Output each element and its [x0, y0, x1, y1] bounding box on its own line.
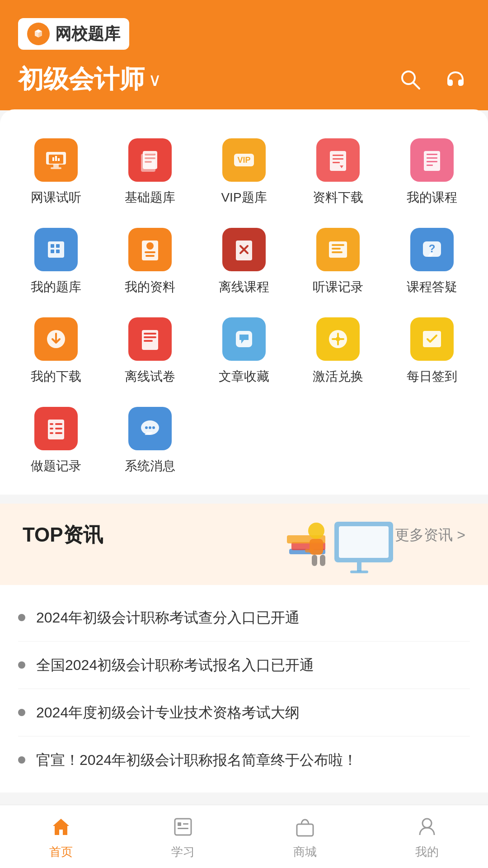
- svg-rect-49: [144, 340, 153, 342]
- search-button[interactable]: [396, 65, 425, 94]
- menu-label-vip: VIP题库: [221, 189, 267, 206]
- svg-rect-34: [145, 255, 155, 257]
- svg-rect-72: [350, 571, 368, 573]
- menu-label-woziliao: 我的资料: [125, 278, 175, 296]
- menu-item-tiku[interactable]: 我的题库: [9, 217, 103, 307]
- menu-icon-zuoti: [34, 407, 78, 450]
- svg-rect-71: [357, 562, 361, 571]
- nav-icon-mine: [413, 813, 441, 840]
- svg-rect-57: [50, 428, 53, 429]
- svg-rect-22: [427, 154, 437, 155]
- logo-icon: [27, 23, 50, 45]
- menu-label-xiaoxi: 系统消息: [125, 458, 175, 475]
- news-header: TOP资讯 更多资讯 >: [0, 504, 488, 548]
- svg-rect-78: [175, 819, 191, 835]
- svg-point-52: [336, 337, 340, 341]
- news-list-item[interactable]: 官宣！2024年初级会计职称报名简章终于公布啦！: [18, 736, 470, 783]
- news-item-text: 2024年度初级会计专业技术资格考试大纲: [36, 702, 300, 723]
- headset-button[interactable]: [441, 65, 470, 94]
- svg-point-73: [308, 523, 324, 539]
- menu-icon-wenzhang: [222, 317, 266, 361]
- svg-point-83: [422, 819, 432, 828]
- menu-icon-jichu: [128, 138, 172, 182]
- logo-container: 网校题库: [18, 18, 129, 50]
- menu-icon-dayi: ?: [410, 228, 454, 271]
- svg-rect-7: [52, 157, 54, 161]
- logo-text: 网校题库: [55, 23, 120, 45]
- news-list-item[interactable]: 2024年初级会计职称考试查分入口已开通: [18, 594, 470, 642]
- header-actions: [396, 65, 470, 94]
- menu-item-tingke[interactable]: 听课记录: [291, 217, 385, 307]
- svg-rect-6: [51, 167, 61, 169]
- menu-item-jichu[interactable]: 基础题库: [103, 127, 197, 217]
- news-title: TOP资讯: [23, 522, 103, 548]
- svg-rect-25: [427, 165, 433, 166]
- menu-item-xiazai[interactable]: 我的下载: [9, 307, 103, 396]
- menu-icon-wangke: [34, 138, 78, 182]
- nav-icon-shop: [291, 813, 319, 840]
- svg-rect-19: [333, 158, 343, 160]
- nav-item-home[interactable]: 首页: [29, 809, 93, 864]
- menu-label-kecheng: 我的课程: [407, 189, 457, 206]
- page-title: 初级会计师: [18, 62, 145, 97]
- svg-point-64: [152, 426, 155, 429]
- menu-icon-ziliao: [316, 138, 360, 182]
- news-dot-icon: [18, 709, 25, 716]
- svg-rect-55: [50, 423, 53, 425]
- svg-rect-27: [51, 244, 54, 248]
- menu-label-qiandao: 每日签到: [407, 368, 457, 385]
- dropdown-caret-icon: ∨: [148, 69, 161, 90]
- svg-rect-17: [330, 151, 346, 171]
- svg-rect-58: [55, 428, 62, 429]
- svg-rect-24: [427, 161, 437, 162]
- svg-rect-59: [50, 432, 53, 434]
- svg-rect-60: [55, 432, 62, 434]
- svg-point-32: [146, 242, 154, 250]
- menu-item-jihuo[interactable]: 激活兑换: [291, 307, 385, 396]
- menu-item-dayi[interactable]: ?课程答疑: [385, 217, 479, 307]
- svg-rect-20: [333, 162, 340, 163]
- svg-rect-70: [339, 526, 389, 558]
- nav-item-shop[interactable]: 商城: [273, 809, 337, 864]
- nav-label-home: 首页: [49, 844, 73, 860]
- svg-rect-18: [333, 155, 343, 156]
- svg-rect-79: [178, 822, 181, 826]
- menu-item-vip[interactable]: VIPVIP题库: [197, 127, 291, 217]
- nav-icon-study: [169, 813, 197, 840]
- menu-item-xiaoxi[interactable]: 系统消息: [103, 396, 197, 486]
- news-list-item[interactable]: 2024年度初级会计专业技术资格考试大纲: [18, 689, 470, 736]
- svg-rect-82: [297, 824, 313, 836]
- svg-rect-40: [332, 248, 341, 250]
- menu-item-woziliao[interactable]: 我的资料: [103, 217, 197, 307]
- menu-item-kecheng[interactable]: 我的课程: [385, 127, 479, 217]
- menu-item-ziliao[interactable]: 资料下载: [291, 127, 385, 217]
- svg-rect-47: [144, 333, 156, 335]
- nav-label-study: 学习: [171, 844, 195, 860]
- menu-item-qiandao[interactable]: 每日签到: [385, 307, 479, 396]
- menu-icon-xiazai: [34, 317, 78, 361]
- menu-item-zuoti[interactable]: 做题记录: [9, 396, 103, 486]
- menu-item-wenzhang[interactable]: 文章收藏: [197, 307, 291, 396]
- menu-icon-vip: VIP: [222, 138, 266, 182]
- menu-label-lixian: 离线试卷: [125, 368, 175, 385]
- menu-item-lixian[interactable]: 离线试卷: [103, 307, 197, 396]
- svg-point-63: [149, 426, 151, 429]
- news-decoration: [271, 504, 407, 585]
- menu-icon-offline: [222, 228, 266, 271]
- news-list: 2024年初级会计职称考试查分入口已开通全国2024初级会计职称考试报名入口已开…: [0, 585, 488, 793]
- menu-label-jihuo: 激活兑换: [313, 368, 363, 385]
- nav-item-mine[interactable]: 我的: [395, 809, 459, 864]
- news-item-text: 2024年初级会计职称考试查分入口已开通: [36, 607, 300, 628]
- menu-item-wangke[interactable]: 网课试听: [9, 127, 103, 217]
- title-row[interactable]: 初级会计师 ∨: [18, 62, 161, 97]
- main-card: 网课试听基础题库VIPVIP题库资料下载我的课程我的题库我的资料离线课程听课记录…: [0, 109, 488, 495]
- menu-item-offline[interactable]: 离线课程: [197, 217, 291, 307]
- menu-icon-lixian: [128, 317, 172, 361]
- nav-item-study[interactable]: 学习: [151, 809, 215, 864]
- nav-label-shop: 商城: [293, 844, 317, 860]
- menu-label-tiku: 我的题库: [31, 278, 81, 296]
- svg-rect-29: [51, 250, 54, 253]
- news-list-item[interactable]: 全国2024初级会计职称考试报名入口已开通: [18, 642, 470, 689]
- svg-rect-76: [312, 555, 317, 566]
- menu-label-offline: 离线课程: [219, 278, 269, 296]
